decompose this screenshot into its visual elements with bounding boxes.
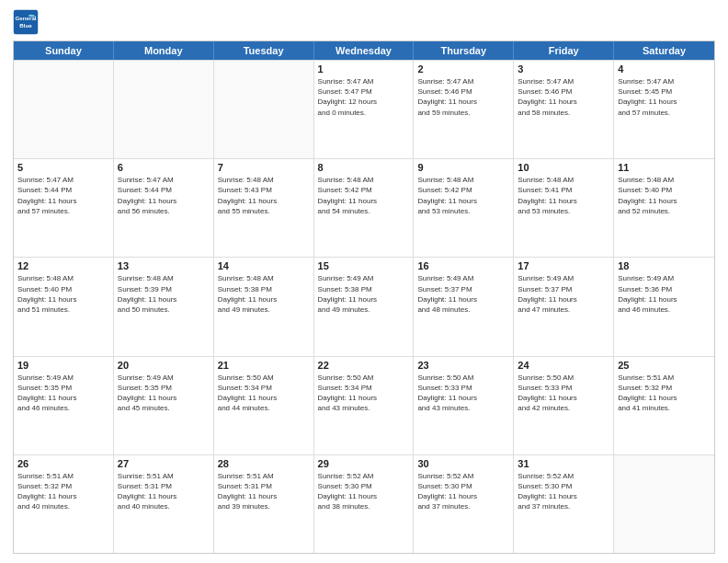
- cell-info: Sunrise: 5:51 AMSunset: 5:32 PMDaylight:…: [618, 373, 711, 414]
- calendar-row-3: 12Sunrise: 5:48 AMSunset: 5:40 PMDayligh…: [14, 257, 714, 355]
- calendar-cell-15: 15Sunrise: 5:49 AMSunset: 5:38 PMDayligh…: [314, 258, 415, 355]
- header-day-wednesday: Wednesday: [314, 41, 415, 60]
- calendar-cell-18: 18Sunrise: 5:49 AMSunset: 5:36 PMDayligh…: [614, 258, 714, 355]
- calendar-cell-13: 13Sunrise: 5:48 AMSunset: 5:39 PMDayligh…: [114, 258, 214, 355]
- calendar-cell-4: 4Sunrise: 5:47 AMSunset: 5:45 PMDaylight…: [614, 61, 714, 158]
- day-number: 11: [618, 162, 711, 173]
- header-day-tuesday: Tuesday: [214, 41, 314, 60]
- calendar-cell-20: 20Sunrise: 5:49 AMSunset: 5:35 PMDayligh…: [114, 357, 214, 454]
- day-number: 20: [118, 360, 210, 371]
- day-number: 17: [518, 260, 609, 271]
- cell-info: Sunrise: 5:49 AMSunset: 5:37 PMDaylight:…: [518, 273, 609, 315]
- cell-info: Sunrise: 5:49 AMSunset: 5:36 PMDaylight:…: [618, 273, 711, 315]
- cell-info: Sunrise: 5:49 AMSunset: 5:38 PMDaylight:…: [318, 273, 410, 315]
- calendar-cell-24: 24Sunrise: 5:50 AMSunset: 5:33 PMDayligh…: [514, 357, 614, 454]
- logo-icon: General Blue: [13, 9, 39, 35]
- calendar-cell-6: 6Sunrise: 5:47 AMSunset: 5:44 PMDaylight…: [114, 159, 214, 257]
- calendar-cell-8: 8Sunrise: 5:48 AMSunset: 5:42 PMDaylight…: [314, 159, 415, 257]
- calendar-cell-25: 25Sunrise: 5:51 AMSunset: 5:32 PMDayligh…: [614, 357, 714, 454]
- header-day-monday: Monday: [114, 41, 214, 60]
- calendar-cell-empty-0-1: [114, 61, 214, 158]
- calendar-cell-27: 27Sunrise: 5:51 AMSunset: 5:31 PMDayligh…: [114, 455, 214, 553]
- cell-info: Sunrise: 5:52 AMSunset: 5:30 PMDaylight:…: [518, 471, 609, 512]
- calendar-cell-17: 17Sunrise: 5:49 AMSunset: 5:37 PMDayligh…: [514, 258, 614, 355]
- calendar-cell-12: 12Sunrise: 5:48 AMSunset: 5:40 PMDayligh…: [14, 258, 114, 355]
- cell-info: Sunrise: 5:47 AMSunset: 5:44 PMDaylight:…: [17, 175, 109, 216]
- day-number: 28: [218, 458, 310, 469]
- svg-text:Blue: Blue: [19, 22, 32, 29]
- day-number: 31: [518, 458, 609, 469]
- calendar-cell-16: 16Sunrise: 5:49 AMSunset: 5:37 PMDayligh…: [414, 258, 514, 355]
- day-number: 24: [518, 360, 609, 371]
- cell-info: Sunrise: 5:48 AMSunset: 5:42 PMDaylight:…: [417, 175, 509, 216]
- calendar-row-2: 5Sunrise: 5:47 AMSunset: 5:44 PMDaylight…: [14, 158, 714, 257]
- day-number: 3: [518, 63, 609, 75]
- calendar: SundayMondayTuesdayWednesdayThursdayFrid…: [13, 40, 715, 554]
- day-number: 27: [118, 458, 210, 469]
- header-day-sunday: Sunday: [14, 41, 114, 60]
- cell-info: Sunrise: 5:48 AMSunset: 5:38 PMDaylight:…: [218, 273, 310, 315]
- logo: General Blue: [13, 9, 42, 35]
- calendar-cell-9: 9Sunrise: 5:48 AMSunset: 5:42 PMDaylight…: [414, 159, 514, 257]
- calendar-cell-10: 10Sunrise: 5:48 AMSunset: 5:41 PMDayligh…: [514, 159, 614, 257]
- calendar-cell-31: 31Sunrise: 5:52 AMSunset: 5:30 PMDayligh…: [514, 455, 614, 553]
- cell-info: Sunrise: 5:50 AMSunset: 5:34 PMDaylight:…: [218, 373, 310, 414]
- cell-info: Sunrise: 5:49 AMSunset: 5:35 PMDaylight:…: [17, 373, 109, 414]
- day-number: 9: [417, 162, 509, 173]
- calendar-cell-29: 29Sunrise: 5:52 AMSunset: 5:30 PMDayligh…: [314, 455, 415, 553]
- calendar-row-1: 1Sunrise: 5:47 AMSunset: 5:47 PMDaylight…: [14, 60, 714, 158]
- day-number: 8: [318, 162, 410, 173]
- day-number: 19: [17, 360, 109, 371]
- cell-info: Sunrise: 5:50 AMSunset: 5:33 PMDaylight:…: [417, 373, 509, 414]
- calendar-cell-23: 23Sunrise: 5:50 AMSunset: 5:33 PMDayligh…: [414, 357, 514, 454]
- cell-info: Sunrise: 5:48 AMSunset: 5:42 PMDaylight:…: [318, 175, 410, 216]
- day-number: 2: [417, 63, 509, 75]
- day-number: 15: [318, 260, 410, 271]
- cell-info: Sunrise: 5:49 AMSunset: 5:35 PMDaylight:…: [118, 373, 210, 414]
- cell-info: Sunrise: 5:48 AMSunset: 5:40 PMDaylight:…: [618, 175, 711, 216]
- calendar-cell-11: 11Sunrise: 5:48 AMSunset: 5:40 PMDayligh…: [614, 159, 714, 257]
- day-number: 18: [618, 260, 711, 271]
- header-day-friday: Friday: [514, 41, 614, 60]
- day-number: 6: [118, 162, 210, 173]
- calendar-cell-7: 7Sunrise: 5:48 AMSunset: 5:43 PMDaylight…: [214, 159, 314, 257]
- cell-info: Sunrise: 5:47 AMSunset: 5:46 PMDaylight:…: [417, 76, 509, 118]
- calendar-cell-22: 22Sunrise: 5:50 AMSunset: 5:34 PMDayligh…: [314, 357, 415, 454]
- day-number: 14: [218, 260, 310, 271]
- cell-info: Sunrise: 5:48 AMSunset: 5:43 PMDaylight:…: [218, 175, 310, 216]
- cell-info: Sunrise: 5:52 AMSunset: 5:30 PMDaylight:…: [318, 471, 410, 512]
- cell-info: Sunrise: 5:50 AMSunset: 5:34 PMDaylight:…: [318, 373, 410, 414]
- day-number: 5: [17, 162, 109, 173]
- day-number: 13: [118, 260, 210, 271]
- day-number: 25: [618, 360, 711, 371]
- day-number: 30: [417, 458, 509, 469]
- calendar-cell-1: 1Sunrise: 5:47 AMSunset: 5:47 PMDaylight…: [314, 61, 415, 158]
- header-day-saturday: Saturday: [614, 41, 714, 60]
- day-number: 23: [417, 360, 509, 371]
- day-number: 1: [318, 63, 410, 75]
- day-number: 21: [218, 360, 310, 371]
- calendar-cell-14: 14Sunrise: 5:48 AMSunset: 5:38 PMDayligh…: [214, 258, 314, 355]
- cell-info: Sunrise: 5:51 AMSunset: 5:32 PMDaylight:…: [17, 471, 109, 512]
- calendar-cell-5: 5Sunrise: 5:47 AMSunset: 5:44 PMDaylight…: [14, 159, 114, 257]
- cell-info: Sunrise: 5:50 AMSunset: 5:33 PMDaylight:…: [518, 373, 609, 414]
- header-day-thursday: Thursday: [414, 41, 514, 60]
- cell-info: Sunrise: 5:47 AMSunset: 5:47 PMDaylight:…: [318, 76, 410, 118]
- calendar-row-4: 19Sunrise: 5:49 AMSunset: 5:35 PMDayligh…: [14, 356, 714, 454]
- cell-info: Sunrise: 5:47 AMSunset: 5:45 PMDaylight:…: [618, 76, 711, 118]
- day-number: 22: [318, 360, 410, 371]
- day-number: 12: [17, 260, 109, 271]
- calendar-cell-26: 26Sunrise: 5:51 AMSunset: 5:32 PMDayligh…: [14, 455, 114, 553]
- day-number: 4: [618, 63, 711, 75]
- day-number: 26: [17, 458, 109, 469]
- calendar-cell-19: 19Sunrise: 5:49 AMSunset: 5:35 PMDayligh…: [14, 357, 114, 454]
- calendar-cell-28: 28Sunrise: 5:51 AMSunset: 5:31 PMDayligh…: [214, 455, 314, 553]
- calendar-body: 1Sunrise: 5:47 AMSunset: 5:47 PMDaylight…: [14, 60, 714, 553]
- cell-info: Sunrise: 5:47 AMSunset: 5:46 PMDaylight:…: [518, 76, 609, 118]
- calendar-cell-empty-0-2: [214, 61, 314, 158]
- cell-info: Sunrise: 5:47 AMSunset: 5:44 PMDaylight:…: [118, 175, 210, 216]
- cell-info: Sunrise: 5:48 AMSunset: 5:41 PMDaylight:…: [518, 175, 609, 216]
- calendar-row-5: 26Sunrise: 5:51 AMSunset: 5:32 PMDayligh…: [14, 454, 714, 553]
- calendar-cell-21: 21Sunrise: 5:50 AMSunset: 5:34 PMDayligh…: [214, 357, 314, 454]
- cell-info: Sunrise: 5:48 AMSunset: 5:40 PMDaylight:…: [17, 273, 109, 315]
